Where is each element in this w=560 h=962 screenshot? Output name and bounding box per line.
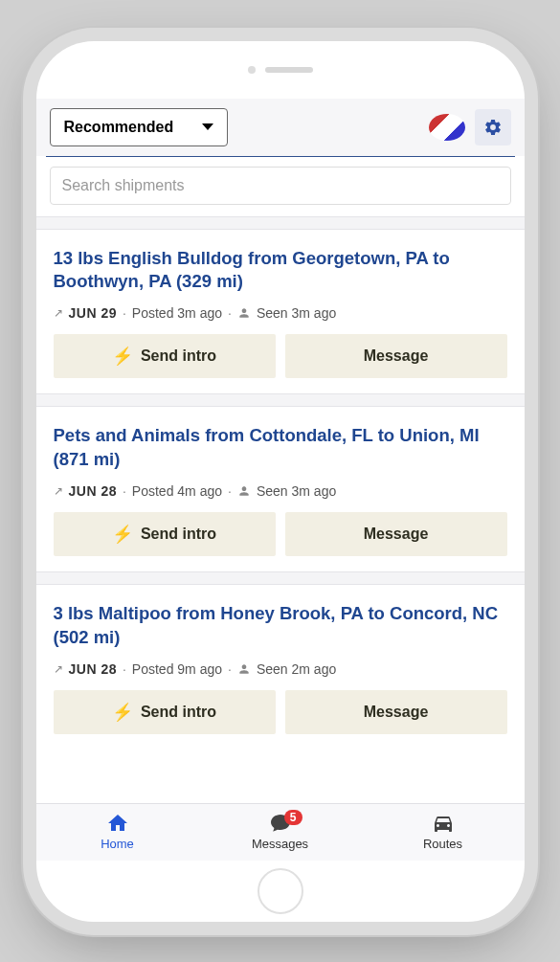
listing-seen: Seen 2m ago — [257, 661, 336, 677]
chevron-down-icon — [202, 123, 213, 130]
person-icon — [237, 484, 251, 498]
phone-frame: Recommended 13 lbs English Bulldog from … — [36, 41, 525, 922]
messages-badge: 5 — [284, 810, 302, 825]
message-label: Message — [364, 347, 429, 365]
section-separator — [36, 393, 525, 407]
listing-title[interactable]: 3 lbs Maltipoo from Honey Brook, PA to C… — [54, 602, 507, 650]
listing-posted: Posted 9m ago — [132, 661, 222, 677]
settings-button[interactable] — [475, 109, 511, 145]
listing-card: Pets and Animals from Cottondale, FL to … — [36, 407, 525, 571]
phone-home-area — [36, 861, 525, 922]
send-intro-label: Send intro — [141, 347, 216, 365]
listing-card: 13 lbs English Bulldog from Georgetown, … — [36, 230, 525, 394]
send-intro-button[interactable]: ⚡ Send intro — [54, 512, 276, 556]
send-intro-button[interactable]: ⚡ Send intro — [54, 334, 276, 378]
phone-home-button[interactable] — [258, 868, 303, 914]
gear-icon — [483, 118, 503, 137]
send-intro-label: Send intro — [141, 704, 216, 721]
listings-scroll[interactable]: 13 lbs English Bulldog from Georgetown, … — [36, 216, 525, 803]
nav-home[interactable]: Home — [75, 812, 161, 851]
car-icon — [432, 812, 455, 835]
listing-card: 3 lbs Maltipoo from Honey Brook, PA to C… — [36, 585, 525, 749]
arrow-out-icon: ↗ — [54, 484, 63, 498]
message-button[interactable]: Message — [285, 690, 507, 734]
section-separator — [36, 571, 525, 585]
home-icon — [106, 812, 129, 835]
listing-actions: ⚡ Send intro Message — [54, 334, 507, 378]
message-button[interactable]: Message — [285, 334, 507, 378]
message-label: Message — [364, 704, 429, 721]
arrow-out-icon: ↗ — [54, 306, 63, 320]
bolt-icon: ⚡ — [112, 524, 133, 545]
listing-meta: ↗ JUN 28 · Posted 9m ago · Seen 2m ago — [54, 661, 507, 677]
flag-icon[interactable] — [429, 114, 465, 141]
person-icon — [237, 306, 251, 320]
sort-dropdown-label: Recommended — [64, 119, 174, 136]
sort-dropdown[interactable]: Recommended — [50, 108, 229, 146]
send-intro-button[interactable]: ⚡ Send intro — [54, 690, 276, 734]
meta-dot: · — [228, 661, 232, 677]
screen: Recommended 13 lbs English Bulldog from … — [36, 99, 525, 861]
topbar: Recommended — [36, 99, 525, 156]
meta-dot: · — [123, 661, 126, 677]
bottom-nav: Home 5 Messages Routes — [36, 803, 525, 861]
nav-messages[interactable]: 5 Messages — [237, 812, 324, 851]
meta-dot: · — [123, 305, 126, 321]
meta-dot: · — [228, 305, 232, 321]
listing-actions: ⚡ Send intro Message — [54, 690, 507, 734]
message-label: Message — [364, 526, 429, 543]
bolt-icon: ⚡ — [112, 702, 133, 723]
listing-meta: ↗ JUN 29 · Posted 3m ago · Seen 3m ago — [54, 305, 507, 321]
bolt-icon: ⚡ — [112, 346, 133, 367]
person-icon — [237, 662, 251, 676]
meta-dot: · — [228, 483, 232, 499]
listing-meta: ↗ JUN 28 · Posted 4m ago · Seen 3m ago — [54, 483, 507, 499]
nav-routes-label: Routes — [423, 837, 462, 851]
listing-date: JUN 28 — [69, 483, 117, 499]
listing-posted: Posted 3m ago — [132, 305, 222, 321]
message-button[interactable]: Message — [285, 512, 507, 556]
meta-dot: · — [123, 483, 126, 499]
phone-earpiece — [36, 41, 525, 99]
listing-seen: Seen 3m ago — [257, 305, 336, 321]
listing-title[interactable]: 13 lbs English Bulldog from Georgetown, … — [54, 247, 507, 295]
search-input[interactable] — [50, 167, 511, 205]
listing-seen: Seen 3m ago — [257, 483, 336, 499]
send-intro-label: Send intro — [141, 526, 216, 543]
listing-actions: ⚡ Send intro Message — [54, 512, 507, 556]
listing-title[interactable]: Pets and Animals from Cottondale, FL to … — [54, 424, 507, 472]
listing-posted: Posted 4m ago — [132, 483, 222, 499]
search-wrap — [36, 157, 525, 216]
arrow-out-icon: ↗ — [54, 662, 63, 676]
nav-messages-label: Messages — [252, 837, 308, 851]
section-separator — [36, 216, 525, 230]
nav-home-label: Home — [101, 837, 134, 851]
listing-date: JUN 28 — [69, 661, 117, 677]
listing-date: JUN 29 — [69, 305, 117, 321]
nav-routes[interactable]: Routes — [400, 812, 486, 851]
